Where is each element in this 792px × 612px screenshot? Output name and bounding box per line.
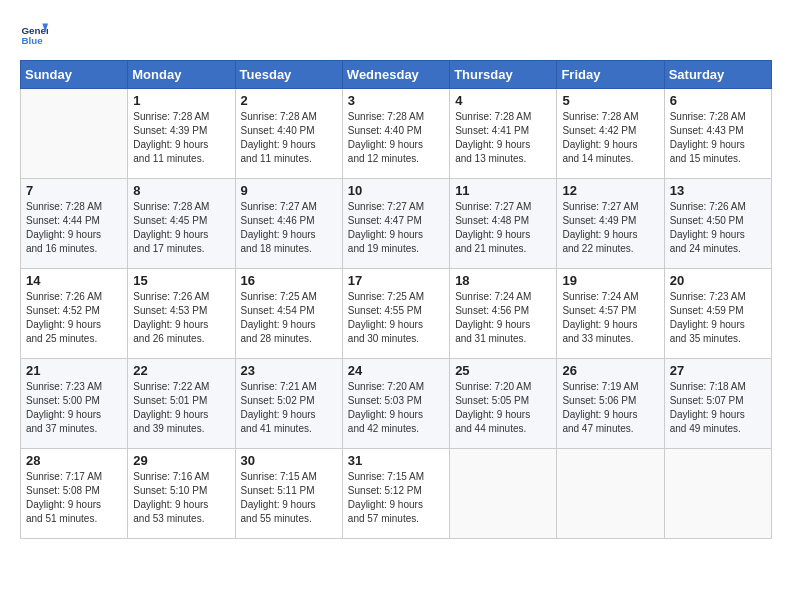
day-cell: 3Sunrise: 7:28 AMSunset: 4:40 PMDaylight… bbox=[342, 89, 449, 179]
day-info: Sunrise: 7:28 AMSunset: 4:39 PMDaylight:… bbox=[133, 110, 229, 166]
day-cell: 29Sunrise: 7:16 AMSunset: 5:10 PMDayligh… bbox=[128, 449, 235, 539]
day-number: 9 bbox=[241, 183, 337, 198]
day-info: Sunrise: 7:28 AMSunset: 4:43 PMDaylight:… bbox=[670, 110, 766, 166]
day-info: Sunrise: 7:24 AMSunset: 4:57 PMDaylight:… bbox=[562, 290, 658, 346]
calendar-body: 1Sunrise: 7:28 AMSunset: 4:39 PMDaylight… bbox=[21, 89, 772, 539]
day-cell: 18Sunrise: 7:24 AMSunset: 4:56 PMDayligh… bbox=[450, 269, 557, 359]
day-number: 26 bbox=[562, 363, 658, 378]
day-info: Sunrise: 7:17 AMSunset: 5:08 PMDaylight:… bbox=[26, 470, 122, 526]
day-number: 12 bbox=[562, 183, 658, 198]
day-cell: 31Sunrise: 7:15 AMSunset: 5:12 PMDayligh… bbox=[342, 449, 449, 539]
day-number: 15 bbox=[133, 273, 229, 288]
week-row-1: 1Sunrise: 7:28 AMSunset: 4:39 PMDaylight… bbox=[21, 89, 772, 179]
day-number: 18 bbox=[455, 273, 551, 288]
weekday-header-saturday: Saturday bbox=[664, 61, 771, 89]
day-number: 1 bbox=[133, 93, 229, 108]
day-number: 21 bbox=[26, 363, 122, 378]
day-info: Sunrise: 7:15 AMSunset: 5:11 PMDaylight:… bbox=[241, 470, 337, 526]
day-cell bbox=[557, 449, 664, 539]
day-cell: 12Sunrise: 7:27 AMSunset: 4:49 PMDayligh… bbox=[557, 179, 664, 269]
day-number: 30 bbox=[241, 453, 337, 468]
weekday-header-thursday: Thursday bbox=[450, 61, 557, 89]
day-info: Sunrise: 7:22 AMSunset: 5:01 PMDaylight:… bbox=[133, 380, 229, 436]
day-cell: 15Sunrise: 7:26 AMSunset: 4:53 PMDayligh… bbox=[128, 269, 235, 359]
day-info: Sunrise: 7:21 AMSunset: 5:02 PMDaylight:… bbox=[241, 380, 337, 436]
weekday-header-wednesday: Wednesday bbox=[342, 61, 449, 89]
page-header: General Blue bbox=[20, 20, 772, 48]
day-number: 10 bbox=[348, 183, 444, 198]
day-number: 13 bbox=[670, 183, 766, 198]
day-info: Sunrise: 7:24 AMSunset: 4:56 PMDaylight:… bbox=[455, 290, 551, 346]
day-info: Sunrise: 7:26 AMSunset: 4:52 PMDaylight:… bbox=[26, 290, 122, 346]
day-number: 20 bbox=[670, 273, 766, 288]
day-number: 28 bbox=[26, 453, 122, 468]
day-info: Sunrise: 7:26 AMSunset: 4:53 PMDaylight:… bbox=[133, 290, 229, 346]
day-cell: 7Sunrise: 7:28 AMSunset: 4:44 PMDaylight… bbox=[21, 179, 128, 269]
week-row-2: 7Sunrise: 7:28 AMSunset: 4:44 PMDaylight… bbox=[21, 179, 772, 269]
day-number: 19 bbox=[562, 273, 658, 288]
day-cell: 25Sunrise: 7:20 AMSunset: 5:05 PMDayligh… bbox=[450, 359, 557, 449]
day-info: Sunrise: 7:19 AMSunset: 5:06 PMDaylight:… bbox=[562, 380, 658, 436]
day-info: Sunrise: 7:27 AMSunset: 4:46 PMDaylight:… bbox=[241, 200, 337, 256]
week-row-5: 28Sunrise: 7:17 AMSunset: 5:08 PMDayligh… bbox=[21, 449, 772, 539]
weekday-header-friday: Friday bbox=[557, 61, 664, 89]
day-info: Sunrise: 7:27 AMSunset: 4:47 PMDaylight:… bbox=[348, 200, 444, 256]
day-number: 5 bbox=[562, 93, 658, 108]
weekday-header-tuesday: Tuesday bbox=[235, 61, 342, 89]
day-info: Sunrise: 7:28 AMSunset: 4:44 PMDaylight:… bbox=[26, 200, 122, 256]
day-number: 17 bbox=[348, 273, 444, 288]
day-cell: 21Sunrise: 7:23 AMSunset: 5:00 PMDayligh… bbox=[21, 359, 128, 449]
day-info: Sunrise: 7:20 AMSunset: 5:05 PMDaylight:… bbox=[455, 380, 551, 436]
day-cell: 10Sunrise: 7:27 AMSunset: 4:47 PMDayligh… bbox=[342, 179, 449, 269]
day-cell: 19Sunrise: 7:24 AMSunset: 4:57 PMDayligh… bbox=[557, 269, 664, 359]
day-cell: 1Sunrise: 7:28 AMSunset: 4:39 PMDaylight… bbox=[128, 89, 235, 179]
day-info: Sunrise: 7:23 AMSunset: 4:59 PMDaylight:… bbox=[670, 290, 766, 346]
day-number: 7 bbox=[26, 183, 122, 198]
day-number: 2 bbox=[241, 93, 337, 108]
day-info: Sunrise: 7:28 AMSunset: 4:40 PMDaylight:… bbox=[348, 110, 444, 166]
day-info: Sunrise: 7:28 AMSunset: 4:40 PMDaylight:… bbox=[241, 110, 337, 166]
day-number: 14 bbox=[26, 273, 122, 288]
day-info: Sunrise: 7:18 AMSunset: 5:07 PMDaylight:… bbox=[670, 380, 766, 436]
day-number: 11 bbox=[455, 183, 551, 198]
day-info: Sunrise: 7:16 AMSunset: 5:10 PMDaylight:… bbox=[133, 470, 229, 526]
day-info: Sunrise: 7:25 AMSunset: 4:54 PMDaylight:… bbox=[241, 290, 337, 346]
day-number: 22 bbox=[133, 363, 229, 378]
logo: General Blue bbox=[20, 20, 52, 48]
day-cell bbox=[21, 89, 128, 179]
week-row-4: 21Sunrise: 7:23 AMSunset: 5:00 PMDayligh… bbox=[21, 359, 772, 449]
day-info: Sunrise: 7:28 AMSunset: 4:41 PMDaylight:… bbox=[455, 110, 551, 166]
day-cell bbox=[450, 449, 557, 539]
week-row-3: 14Sunrise: 7:26 AMSunset: 4:52 PMDayligh… bbox=[21, 269, 772, 359]
day-cell: 30Sunrise: 7:15 AMSunset: 5:11 PMDayligh… bbox=[235, 449, 342, 539]
day-info: Sunrise: 7:28 AMSunset: 4:45 PMDaylight:… bbox=[133, 200, 229, 256]
day-cell: 27Sunrise: 7:18 AMSunset: 5:07 PMDayligh… bbox=[664, 359, 771, 449]
day-number: 3 bbox=[348, 93, 444, 108]
day-info: Sunrise: 7:25 AMSunset: 4:55 PMDaylight:… bbox=[348, 290, 444, 346]
day-cell: 14Sunrise: 7:26 AMSunset: 4:52 PMDayligh… bbox=[21, 269, 128, 359]
day-number: 25 bbox=[455, 363, 551, 378]
day-cell: 2Sunrise: 7:28 AMSunset: 4:40 PMDaylight… bbox=[235, 89, 342, 179]
day-info: Sunrise: 7:20 AMSunset: 5:03 PMDaylight:… bbox=[348, 380, 444, 436]
day-info: Sunrise: 7:28 AMSunset: 4:42 PMDaylight:… bbox=[562, 110, 658, 166]
day-cell: 13Sunrise: 7:26 AMSunset: 4:50 PMDayligh… bbox=[664, 179, 771, 269]
day-cell: 4Sunrise: 7:28 AMSunset: 4:41 PMDaylight… bbox=[450, 89, 557, 179]
day-cell: 28Sunrise: 7:17 AMSunset: 5:08 PMDayligh… bbox=[21, 449, 128, 539]
day-info: Sunrise: 7:23 AMSunset: 5:00 PMDaylight:… bbox=[26, 380, 122, 436]
weekday-header-sunday: Sunday bbox=[21, 61, 128, 89]
day-info: Sunrise: 7:27 AMSunset: 4:48 PMDaylight:… bbox=[455, 200, 551, 256]
day-cell: 24Sunrise: 7:20 AMSunset: 5:03 PMDayligh… bbox=[342, 359, 449, 449]
day-number: 29 bbox=[133, 453, 229, 468]
weekday-header-row: SundayMondayTuesdayWednesdayThursdayFrid… bbox=[21, 61, 772, 89]
day-cell: 23Sunrise: 7:21 AMSunset: 5:02 PMDayligh… bbox=[235, 359, 342, 449]
day-number: 24 bbox=[348, 363, 444, 378]
day-cell: 20Sunrise: 7:23 AMSunset: 4:59 PMDayligh… bbox=[664, 269, 771, 359]
day-number: 16 bbox=[241, 273, 337, 288]
day-cell: 16Sunrise: 7:25 AMSunset: 4:54 PMDayligh… bbox=[235, 269, 342, 359]
day-info: Sunrise: 7:27 AMSunset: 4:49 PMDaylight:… bbox=[562, 200, 658, 256]
day-number: 4 bbox=[455, 93, 551, 108]
day-cell: 11Sunrise: 7:27 AMSunset: 4:48 PMDayligh… bbox=[450, 179, 557, 269]
day-cell: 5Sunrise: 7:28 AMSunset: 4:42 PMDaylight… bbox=[557, 89, 664, 179]
day-info: Sunrise: 7:15 AMSunset: 5:12 PMDaylight:… bbox=[348, 470, 444, 526]
day-cell: 22Sunrise: 7:22 AMSunset: 5:01 PMDayligh… bbox=[128, 359, 235, 449]
